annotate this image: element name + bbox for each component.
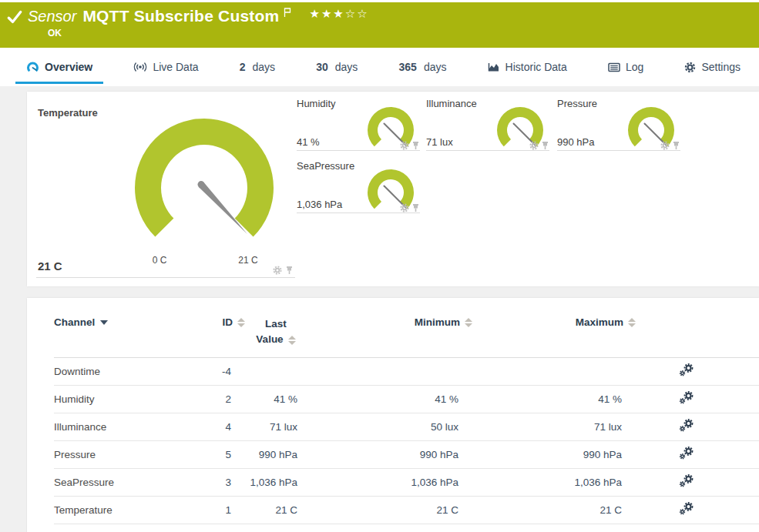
gauge-value: 1,036 hPa <box>297 199 342 210</box>
channel-settings-button[interactable] <box>636 496 759 524</box>
table-row: SeaPressure 3 1,036 hPa 1,036 hPa 1,036 … <box>54 468 759 496</box>
channel-settings-button[interactable] <box>636 413 759 440</box>
channel-id: 5 <box>208 440 245 468</box>
column-header-actions <box>636 312 759 357</box>
tab-label: days <box>424 61 447 73</box>
pin-icon[interactable] <box>672 141 680 150</box>
tab-historic-data[interactable]: Historic Data <box>477 48 578 86</box>
column-label: ID <box>223 316 233 328</box>
channel-last-value <box>245 357 307 385</box>
pin-icon[interactable] <box>541 141 549 150</box>
channel-last-value: 71 lux <box>245 413 307 440</box>
tab-30-days[interactable]: 30 days <box>305 48 368 86</box>
gauge-title: Pressure <box>557 98 597 109</box>
channel-maximum: 71 lux <box>472 413 636 440</box>
column-label: Minimum <box>415 316 460 328</box>
channel-minimum: 41 % <box>307 385 472 413</box>
tab-number: 2 <box>240 61 246 73</box>
channel-id: 1 <box>208 496 245 524</box>
channel-minimum: 50 lux <box>307 413 472 440</box>
sort-icon <box>628 318 636 327</box>
column-header-maximum[interactable]: Maximum <box>472 312 636 357</box>
gauge-value: 71 lux <box>426 136 453 148</box>
channel-minimum: 1,036 hPa <box>307 468 472 496</box>
temperature-gauge-chart <box>131 115 277 261</box>
column-label: Maximum <box>576 316 623 328</box>
priority-flag-icon[interactable] <box>283 8 292 18</box>
channel-name: Humidity <box>54 385 208 413</box>
column-header-id[interactable]: ID <box>208 312 245 357</box>
table-row: Illuminance 4 71 lux 50 lux 71 lux <box>54 413 759 440</box>
channel-gear-icon[interactable] <box>529 141 539 150</box>
channel-settings-button[interactable] <box>636 468 759 496</box>
pin-icon[interactable] <box>411 141 420 150</box>
gauge-block-illuminance: Illuminance 71 lux <box>426 98 549 151</box>
double-gear-icon <box>679 502 694 515</box>
tab-live-data[interactable]: Live Data <box>123 48 209 86</box>
gear-icon <box>684 62 696 73</box>
gauge-title: SeaPressure <box>297 160 354 172</box>
double-gear-icon <box>679 419 694 432</box>
channel-gear-icon[interactable] <box>660 141 670 150</box>
channel-name: Illuminance <box>54 413 208 440</box>
channel-name: SeaPressure <box>54 468 208 496</box>
channel-settings-button[interactable] <box>636 440 759 468</box>
tab-number: 365 <box>399 61 417 73</box>
channel-id: 2 <box>208 385 245 413</box>
table-row: Temperature 1 21 C 21 C 21 C <box>54 496 759 524</box>
column-header-minimum[interactable]: Minimum <box>307 312 472 357</box>
log-list-icon <box>608 62 620 72</box>
tab-overview[interactable]: Overview <box>15 48 103 86</box>
tab-label: days <box>253 61 276 73</box>
tab-log[interactable]: Log <box>597 48 654 86</box>
channel-id: 3 <box>208 468 245 496</box>
channel-gear-icon[interactable] <box>400 203 409 212</box>
broadcast-icon <box>133 62 147 72</box>
channel-settings-button[interactable] <box>636 357 759 385</box>
gauge-block-temperature: Temperature 0 C 21 C 21 C <box>36 101 295 278</box>
channel-name: Temperature <box>54 496 208 524</box>
channel-gear-icon[interactable] <box>273 266 282 275</box>
gauge-needle <box>199 182 247 234</box>
gauge-block-pressure: Pressure 990 hPa <box>557 98 680 151</box>
gauge-scale-min: 0 C <box>144 255 175 266</box>
tab-2-days[interactable]: 2 days <box>229 48 286 86</box>
object-kind-label: Sensor <box>28 8 76 25</box>
channel-minimum: 21 C <box>307 496 472 524</box>
table-row: Pressure 5 990 hPa 990 hPa 990 hPa <box>54 440 759 468</box>
channel-gear-icon[interactable] <box>400 141 409 150</box>
gauge-title: Temperature <box>38 107 98 119</box>
channel-name: Pressure <box>54 440 208 468</box>
status-ok-check-icon <box>6 10 23 24</box>
gauge-title: Illuminance <box>426 98 477 109</box>
sort-icon <box>465 318 472 327</box>
channel-settings-button[interactable] <box>636 385 759 413</box>
gauge-value: 21 C <box>38 259 62 273</box>
pin-icon[interactable] <box>285 266 294 275</box>
column-label: Channel <box>54 316 95 328</box>
tab-label: Overview <box>45 61 92 73</box>
pin-icon[interactable] <box>411 203 420 212</box>
stars-filled: ★★★ <box>309 7 344 20</box>
status-badge: OK <box>48 28 62 38</box>
table-row: Humidity 2 41 % 41 % 41 % <box>54 385 759 413</box>
tab-settings[interactable]: Settings <box>673 48 751 86</box>
channel-minimum: 990 hPa <box>307 440 472 468</box>
gauge-title: Humidity <box>297 98 336 109</box>
tab-bar: Overview Live Data 2 days 30 days 365 da… <box>0 48 759 86</box>
double-gear-icon <box>679 391 694 404</box>
tab-365-days[interactable]: 365 days <box>388 48 458 86</box>
column-header-channel[interactable]: Channel <box>54 312 208 357</box>
channel-last-value: 990 hPa <box>245 440 307 468</box>
table-row: Downtime -4 <box>54 357 759 385</box>
gauges-panel: Temperature 0 C 21 C 21 C <box>27 92 759 286</box>
column-header-last-value[interactable]: Last Value <box>245 312 307 357</box>
channel-id: 4 <box>208 413 245 440</box>
priority-stars[interactable]: ★★★☆☆ <box>309 7 368 21</box>
channel-maximum: 21 C <box>472 496 636 524</box>
area-chart-icon <box>488 62 500 72</box>
gauge-block-humidity: Humidity 41 % <box>297 98 420 151</box>
content-area: Temperature 0 C 21 C 21 C <box>0 86 759 532</box>
column-label: Last Value <box>256 318 287 345</box>
tab-label: Log <box>626 61 643 73</box>
